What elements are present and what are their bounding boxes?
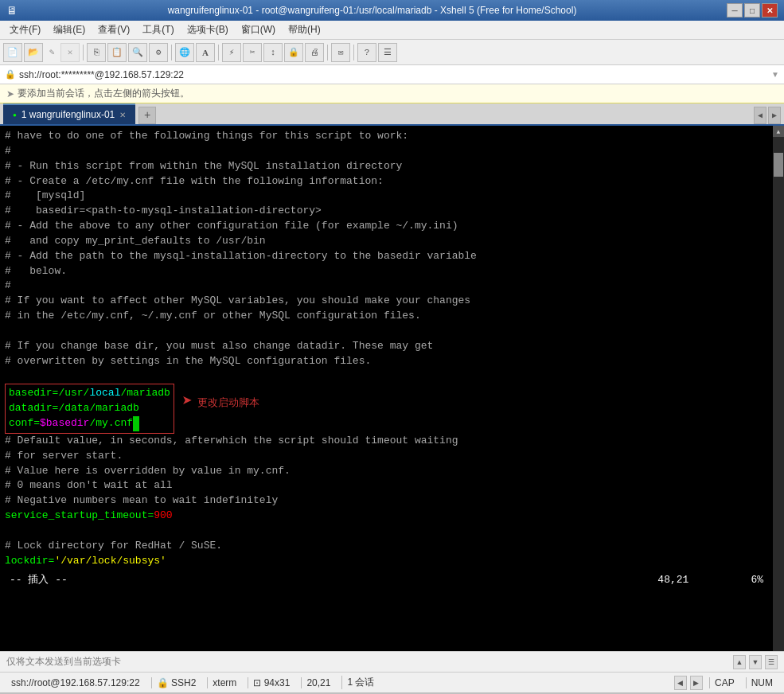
- toolbar-extra[interactable]: ☰: [378, 43, 397, 62]
- nav-arrows: ◀ ▶: [674, 676, 703, 690]
- toolbar-new[interactable]: 📄: [3, 43, 22, 62]
- separator3: [218, 45, 219, 60]
- line-21: # Default value, in seconds, afterwhich …: [5, 435, 458, 446]
- notification-bar: ➤ 要添加当前会话，点击左侧的箭头按钮。: [0, 84, 784, 103]
- minimize-button[interactable]: ─: [727, 3, 743, 18]
- status-nav-left[interactable]: ◀: [674, 676, 687, 690]
- bottom-nav-down[interactable]: ▼: [749, 655, 762, 669]
- menu-edit[interactable]: 编辑(E): [47, 21, 92, 38]
- line-14: [5, 325, 11, 337]
- tab-dot: ●: [13, 111, 17, 119]
- vim-mode: -- 插入 --: [10, 573, 68, 588]
- scrollbar[interactable]: ▲: [773, 126, 784, 651]
- menu-tabs[interactable]: 选项卡(B): [181, 21, 235, 38]
- toolbar-btn7[interactable]: ⚙: [149, 43, 168, 62]
- toolbar-search[interactable]: 🔍: [128, 43, 147, 62]
- status-sessions: 1 会话: [341, 676, 379, 689]
- maximize-button[interactable]: □: [744, 3, 760, 18]
- line-22: # for server start.: [5, 450, 123, 462]
- tab-nav-right[interactable]: ▶: [768, 107, 781, 124]
- line-23: # Value here is overridden by value in m…: [5, 465, 291, 477]
- notification-arrow: ➤: [6, 88, 14, 99]
- config-block: basedir=/usr/local/mariadb datadir=/data…: [5, 384, 174, 434]
- line-16: # overwritten by settings in the MySQL c…: [5, 355, 371, 367]
- vim-status-bar: -- 插入 -- 48,21 6%: [5, 571, 768, 590]
- toolbar-disconnect[interactable]: ✂: [243, 43, 262, 62]
- status-term: xterm: [207, 677, 241, 688]
- line-26: service_startup_timeout=900: [5, 509, 173, 521]
- menu-view[interactable]: 查看(V): [92, 21, 136, 38]
- tab-nav-left[interactable]: ◀: [754, 107, 766, 124]
- menu-tools[interactable]: 工具(T): [136, 21, 180, 38]
- bottom-nav-up[interactable]: ▲: [733, 655, 746, 669]
- annotation-arrow-icon: ➤: [182, 390, 193, 415]
- status-address: ssh://root@192.168.57.129:22: [6, 677, 145, 688]
- menu-file[interactable]: 文件(F): [3, 21, 47, 38]
- status-bar: ssh://root@192.168.57.129:22 🔒 SSH2 xter…: [0, 672, 784, 692]
- line-1: # have to do one of the following things…: [5, 130, 408, 142]
- toolbar-compose[interactable]: ✉: [331, 43, 350, 62]
- toolbar: 📄 📂 ✎ ✕ ⎘ 📋 🔍 ⚙ 🌐 A ⚡ ✂ ↕ 🔒 🖨 ✉ ? ☰: [0, 40, 784, 65]
- toolbar-copy[interactable]: ⎘: [87, 43, 106, 62]
- title-bar-text: wangruifenglinux-01 - root@wangruifeng-0…: [18, 5, 727, 16]
- line-24: # 0 means don't wait at all: [5, 479, 173, 491]
- line-6: # basedir=<path-to-mysql-installation-di…: [5, 205, 322, 216]
- toolbar-btn3[interactable]: ✎: [45, 45, 59, 60]
- menu-help[interactable]: 帮助(H): [282, 21, 327, 38]
- scroll-thumb[interactable]: [774, 153, 783, 177]
- separator4: [327, 45, 328, 60]
- toolbar-print[interactable]: 🖨: [305, 43, 324, 62]
- title-bar: 🖥 wangruifenglinux-01 - root@wangruifeng…: [0, 0, 784, 21]
- scroll-up[interactable]: ▲: [773, 126, 784, 137]
- address-dropdown[interactable]: ▼: [771, 70, 779, 79]
- status-capslock: CAP: [709, 677, 739, 688]
- line-11: #: [5, 279, 11, 291]
- highlighted-section: basedir=/usr/local/mariadb datadir=/data…: [5, 384, 768, 434]
- line-29: lockdir='/var/lock/subsys': [5, 555, 166, 567]
- toolbar-globe[interactable]: 🌐: [175, 43, 194, 62]
- line-10: # below.: [5, 265, 67, 277]
- status-position: 20,21: [301, 677, 335, 688]
- terminal-output-2: # Default value, in seconds, afterwhich …: [5, 434, 768, 569]
- tab-close-button[interactable]: ✕: [119, 111, 126, 119]
- close-button[interactable]: ✕: [762, 3, 778, 18]
- status-protocol: 🔒 SSH2: [151, 677, 201, 688]
- bottom-nav-menu[interactable]: ☰: [765, 655, 778, 669]
- toolbar-btn4[interactable]: ✕: [60, 43, 80, 62]
- toolbar-lock[interactable]: 🔒: [284, 43, 303, 62]
- tab-nav: ◀ ▶: [754, 107, 781, 124]
- terminal[interactable]: # have to do one of the following things…: [0, 126, 773, 651]
- terminal-output: # have to do one of the following things…: [5, 129, 768, 384]
- annotation: ➤ 更改启动脚本: [182, 390, 259, 415]
- title-bar-icon: 🖥: [6, 4, 18, 17]
- toolbar-paste[interactable]: 📋: [107, 43, 127, 62]
- status-size: ⊡ 94x31: [248, 677, 294, 688]
- tab-bar: ● 1 wangruifenglinux-01 ✕ + ◀ ▶: [0, 103, 784, 126]
- toolbar-open[interactable]: 📂: [24, 43, 43, 62]
- separator5: [353, 45, 354, 60]
- status-nav-right[interactable]: ▶: [690, 676, 703, 690]
- toolbar-transfer[interactable]: ↕: [263, 43, 283, 62]
- line-25: # Negative numbers mean to wait indefini…: [5, 494, 278, 506]
- tab-add-button[interactable]: +: [138, 107, 156, 124]
- line-3: # - Run this script from within the MySQ…: [5, 160, 402, 172]
- bottom-bar: 仅将文本发送到当前选项卡 ▲ ▼ ☰: [0, 651, 784, 672]
- lock-status-icon: 🔒: [157, 677, 169, 688]
- toolbar-help[interactable]: ?: [357, 43, 376, 62]
- address-bar: 🔒 ssh://root:*********@192.168.57.129:22…: [0, 65, 784, 84]
- terminal-wrapper: # have to do one of the following things…: [0, 126, 784, 651]
- toolbar-connect[interactable]: ⚡: [222, 43, 241, 62]
- line-17: [5, 370, 11, 382]
- line-15: # If you change base dir, you must also …: [5, 340, 433, 352]
- bottom-bar-right: ▲ ▼ ☰: [733, 655, 778, 669]
- tab-label: 1 wangruifenglinux-01: [21, 109, 115, 120]
- status-numlock: NUM: [746, 677, 778, 688]
- line-9: # - Add the path to the mysql-installati…: [5, 250, 477, 262]
- address-text[interactable]: ssh://root:*********@192.168.57.129:22: [19, 69, 771, 80]
- tab-1[interactable]: ● 1 wangruifenglinux-01 ✕: [3, 103, 135, 124]
- config-basedir: basedir=/usr/local/mariadb datadir=/data…: [9, 386, 170, 431]
- window-controls: ─ □ ✕: [727, 3, 778, 18]
- line-13: # in the /etc/my.cnf, ~/.my.cnf or other…: [5, 310, 421, 322]
- menu-window[interactable]: 窗口(W): [235, 21, 282, 38]
- toolbar-font[interactable]: A: [196, 43, 215, 62]
